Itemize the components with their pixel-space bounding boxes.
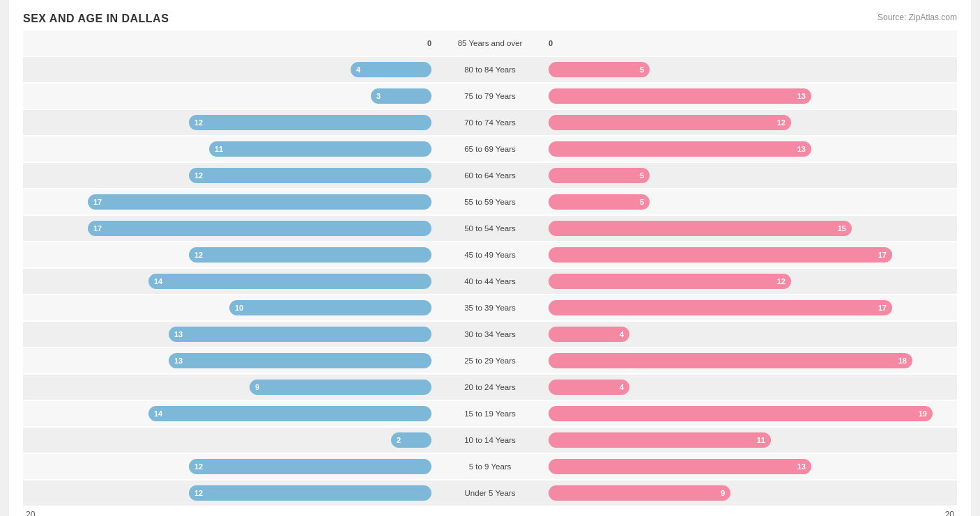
bar-male: 2 bbox=[391, 432, 431, 448]
left-section: 12 bbox=[23, 110, 434, 135]
bar-female: 5 bbox=[549, 62, 650, 77]
right-section: 4 bbox=[546, 375, 957, 400]
bar-male: 12 bbox=[189, 485, 431, 501]
bar-female: 4 bbox=[549, 327, 629, 342]
bar-female: 13 bbox=[549, 459, 811, 474]
bar-male: 9 bbox=[250, 380, 431, 395]
chart-row: 13 25 to 29 Years 18 bbox=[23, 348, 957, 373]
bar-female: 11 bbox=[549, 432, 771, 448]
age-label: 5 to 9 Years bbox=[434, 462, 546, 471]
female-value-inside: 19 bbox=[919, 409, 927, 418]
chart-row: 2 10 to 14 Years 11 bbox=[23, 428, 957, 453]
male-value-inside: 10 bbox=[235, 304, 243, 312]
female-value-inside: 18 bbox=[898, 357, 907, 365]
bar-male: 12 bbox=[189, 247, 431, 263]
bar-male: 14 bbox=[148, 274, 431, 289]
chart-row: 9 20 to 24 Years 4 bbox=[23, 375, 957, 400]
right-section: 13 bbox=[546, 136, 957, 162]
female-value-inside: 11 bbox=[757, 436, 765, 444]
male-value-inside: 14 bbox=[154, 277, 162, 286]
right-section: 18 bbox=[546, 348, 957, 373]
source-text: Source: ZipAtlas.com bbox=[878, 13, 957, 22]
male-value-inside: 2 bbox=[397, 436, 401, 444]
age-label: Under 5 Years bbox=[434, 489, 546, 497]
left-section: 9 bbox=[23, 375, 434, 400]
female-value-inside: 4 bbox=[620, 383, 624, 391]
female-value-inside: 15 bbox=[838, 224, 846, 233]
right-section: 9 bbox=[546, 480, 957, 506]
left-section: 2 bbox=[23, 428, 434, 453]
chart-row: 14 40 to 44 Years 12 bbox=[23, 269, 957, 294]
chart-row: 10 35 to 39 Years 17 bbox=[23, 295, 957, 320]
bar-male: 14 bbox=[148, 406, 431, 421]
left-section: 4 bbox=[23, 57, 434, 82]
age-label: 75 to 79 Years bbox=[434, 92, 546, 100]
chart-row: 13 30 to 34 Years 4 bbox=[23, 322, 957, 347]
male-value-inside: 12 bbox=[194, 489, 203, 497]
right-section: 11 bbox=[546, 428, 957, 453]
bar-male: 17 bbox=[88, 194, 431, 210]
left-section: 17 bbox=[23, 189, 434, 214]
right-section: 12 bbox=[546, 269, 957, 294]
right-section: 19 bbox=[546, 401, 957, 426]
bar-female: 12 bbox=[549, 115, 791, 130]
bar-male: 11 bbox=[209, 141, 431, 157]
bar-male: 17 bbox=[88, 221, 431, 236]
bar-female: 12 bbox=[549, 274, 791, 289]
female-value-inside: 12 bbox=[777, 118, 786, 127]
chart-row: 17 55 to 59 Years 5 bbox=[23, 189, 957, 214]
female-value-inside: 5 bbox=[640, 65, 644, 74]
bar-male: 3 bbox=[371, 88, 431, 104]
left-section: 13 bbox=[23, 348, 434, 373]
left-section: 3 bbox=[23, 84, 434, 109]
male-value-inside: 17 bbox=[93, 198, 102, 206]
chart-row: 3 75 to 79 Years 13 bbox=[23, 84, 957, 109]
male-value-inside: 4 bbox=[356, 65, 360, 74]
female-value-inside: 13 bbox=[797, 145, 806, 153]
chart-row: 11 65 to 69 Years 13 bbox=[23, 136, 957, 162]
left-section: 10 bbox=[23, 295, 434, 320]
age-label: 85 Years and over bbox=[434, 39, 546, 47]
male-value-inside: 13 bbox=[174, 357, 183, 365]
left-section: 11 bbox=[23, 136, 434, 162]
bar-male: 12 bbox=[189, 168, 431, 183]
bar-female: 17 bbox=[549, 300, 892, 315]
age-label: 70 to 74 Years bbox=[434, 118, 546, 127]
chart-container: SEX AND AGE IN DALLAS Source: ZipAtlas.c… bbox=[9, 0, 971, 516]
male-value-inside: 14 bbox=[154, 409, 162, 418]
chart-row: 0 85 Years and over 0 bbox=[23, 31, 957, 56]
age-label: 50 to 54 Years bbox=[434, 224, 546, 233]
male-value-inside: 11 bbox=[215, 145, 223, 153]
right-section: 4 bbox=[546, 322, 957, 347]
left-section: 12 bbox=[23, 242, 434, 267]
male-value-inside: 12 bbox=[194, 251, 203, 259]
bar-female: 15 bbox=[549, 221, 852, 236]
chart-row: 12 5 to 9 Years 13 bbox=[23, 454, 957, 479]
male-value-inside: 9 bbox=[255, 383, 259, 391]
left-section: 12 bbox=[23, 163, 434, 188]
female-value-zero: 0 bbox=[549, 39, 553, 47]
bar-female: 18 bbox=[549, 353, 912, 368]
right-section: 5 bbox=[546, 57, 957, 82]
female-value-inside: 17 bbox=[878, 304, 887, 312]
age-label: 10 to 14 Years bbox=[434, 436, 546, 444]
right-section: 13 bbox=[546, 84, 957, 109]
right-section: 15 bbox=[546, 216, 957, 241]
bar-male: 10 bbox=[229, 300, 431, 315]
axis-left: 20 bbox=[23, 510, 436, 516]
female-value-inside: 4 bbox=[620, 330, 624, 338]
left-section: 0 bbox=[23, 31, 434, 56]
left-section: 17 bbox=[23, 216, 434, 241]
right-section: 17 bbox=[546, 295, 957, 320]
chart-row: 12 45 to 49 Years 17 bbox=[23, 242, 957, 267]
female-value-inside: 5 bbox=[640, 198, 644, 206]
bar-male: 12 bbox=[189, 459, 431, 474]
age-label: 45 to 49 Years bbox=[434, 251, 546, 259]
left-section: 14 bbox=[23, 269, 434, 294]
age-label: 65 to 69 Years bbox=[434, 145, 546, 153]
female-value-inside: 9 bbox=[721, 489, 725, 497]
left-section: 14 bbox=[23, 401, 434, 426]
age-label: 80 to 84 Years bbox=[434, 65, 546, 74]
male-value-inside: 3 bbox=[376, 92, 381, 100]
female-value-inside: 17 bbox=[878, 251, 887, 259]
